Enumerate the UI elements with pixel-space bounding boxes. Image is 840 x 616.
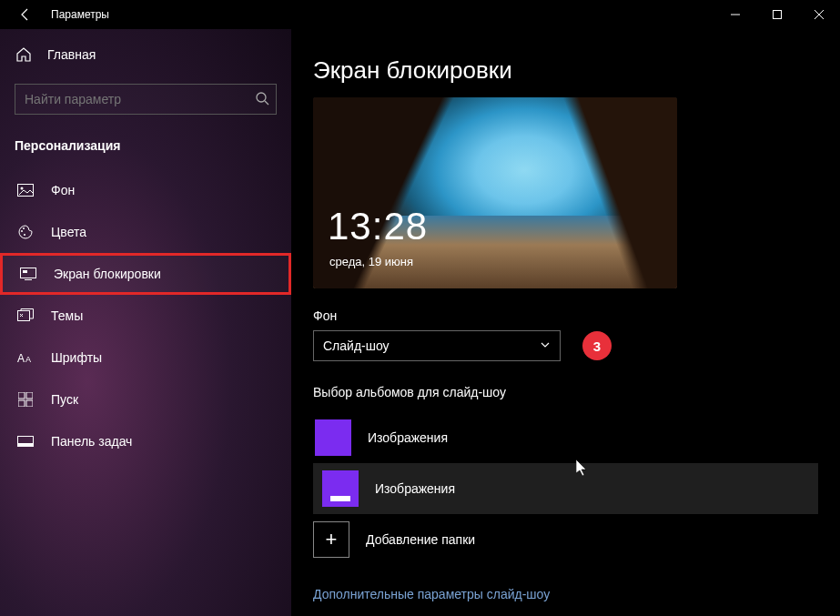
sidebar-item-fonts[interactable]: AA Шрифты (0, 337, 291, 379)
svg-text:A: A (17, 352, 25, 364)
svg-line-3 (265, 101, 268, 105)
annotation-badge: 3 (582, 331, 612, 360)
category-header: Персонализация (0, 126, 291, 169)
sidebar-item-label: Пуск (51, 392, 78, 407)
page-title: Экран блокировки (313, 56, 818, 85)
sidebar-item-lockscreen[interactable]: Экран блокировки (0, 253, 291, 295)
background-dropdown[interactable]: Слайд-шоу (313, 330, 561, 361)
preview-date: среда, 19 июня (329, 255, 413, 268)
home-icon (15, 46, 33, 63)
sidebar-item-colors[interactable]: Цвета (0, 211, 291, 253)
album-item[interactable]: Изображения (313, 463, 818, 514)
svg-rect-11 (23, 270, 27, 273)
taskbar-icon (16, 436, 35, 447)
sidebar-item-label: Экран блокировки (54, 267, 161, 281)
search-icon (255, 91, 269, 109)
sidebar-item-themes[interactable]: Темы (0, 295, 291, 337)
sidebar-item-background[interactable]: Фон (0, 169, 291, 211)
sidebar-item-start[interactable]: Пуск (0, 379, 291, 420)
album-label: Изображения (368, 430, 448, 445)
minimize-button[interactable] (714, 0, 756, 29)
svg-text:A: A (25, 355, 31, 364)
maximize-button[interactable] (756, 0, 798, 29)
palette-icon (16, 224, 35, 240)
folder-thumb-icon (322, 470, 359, 507)
chevron-down-icon (540, 338, 551, 353)
advanced-settings-link[interactable]: Дополнительные параметры слайд-шоу (313, 587, 550, 601)
svg-rect-17 (18, 400, 25, 407)
search-container (15, 84, 277, 115)
titlebar: Параметры (0, 0, 840, 29)
sidebar-item-label: Шрифты (51, 350, 102, 365)
dropdown-value: Слайд-шоу (323, 338, 390, 353)
svg-rect-1 (774, 11, 782, 19)
folder-thumb-icon (315, 419, 351, 456)
titlebar-label: Параметры (51, 8, 109, 21)
preview-time: 13:28 (328, 205, 428, 248)
home-label: Главная (47, 47, 96, 62)
fonts-icon: AA (16, 351, 35, 364)
svg-rect-15 (18, 392, 25, 399)
background-label: Фон (313, 308, 818, 323)
sidebar-item-label: Темы (51, 308, 83, 323)
album-item[interactable]: Изображения (313, 412, 818, 463)
add-folder-label: Добавление папки (366, 532, 475, 547)
window-controls (714, 0, 840, 29)
back-button[interactable] (11, 0, 40, 29)
home-button[interactable]: Главная (0, 36, 291, 73)
sidebar: Главная Персонализация Фон Цвета Экран б… (0, 29, 291, 616)
themes-icon (16, 308, 35, 323)
svg-point-8 (24, 234, 25, 236)
picture-icon (16, 184, 35, 197)
sidebar-item-label: Цвета (51, 225, 86, 239)
svg-point-2 (257, 93, 266, 102)
add-folder-button[interactable]: + Добавление папки (313, 514, 818, 565)
svg-rect-16 (26, 392, 33, 399)
plus-icon: + (313, 521, 349, 558)
sidebar-item-label: Фон (51, 183, 75, 197)
svg-point-5 (21, 187, 24, 190)
albums-label: Выбор альбомов для слайд-шоу (313, 385, 818, 399)
svg-rect-20 (18, 443, 34, 447)
main-content: Экран блокировки 13:28 среда, 19 июня Фо… (291, 29, 840, 616)
close-button[interactable] (798, 0, 840, 29)
album-label: Изображения (375, 481, 455, 496)
start-icon (16, 392, 35, 407)
sidebar-item-taskbar[interactable]: Панель задач (0, 420, 291, 462)
search-input[interactable] (15, 84, 277, 115)
sidebar-item-label: Панель задач (51, 434, 132, 449)
lockscreen-preview: 13:28 среда, 19 июня (313, 97, 677, 288)
lockscreen-icon (19, 268, 37, 280)
svg-rect-18 (26, 400, 33, 407)
svg-rect-12 (18, 311, 30, 321)
svg-point-7 (23, 227, 25, 229)
svg-point-6 (21, 230, 23, 232)
